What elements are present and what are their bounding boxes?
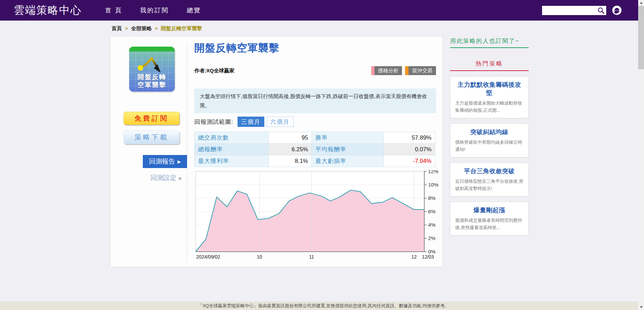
strategy-logo: 開盤反轉 空軍襲擊 [129,47,175,92]
backtest-range-row: 回報測試範圍: 三個月 六個月 [194,117,294,127]
vertical-divider [187,45,187,261]
logo-text: 開盤反轉 空軍襲擊 [129,73,175,89]
breadcrumb-separator: > [125,25,128,32]
breadcrumb-home[interactable]: 首頁 [112,25,122,32]
main-nav: 首 頁 我的訂閱 總覽 [105,6,201,14]
nav-item-overview[interactable]: 總覽 [187,6,201,14]
tab-six-months[interactable]: 六個月 [267,117,294,127]
strategy-detail-card: 開盤反轉 空軍襲擊 免費訂閱 策略下載 回測報告 ▶ 回測設定 ▶ 開盤反轉空軍… [110,36,443,267]
free-subscribe-button[interactable]: 免費訂閱 [124,112,180,125]
tag-accent-bar [405,66,409,75]
cumulative-return-chart: 0%2%4%6%8%10%12%2024/09/0210111212/03 [195,170,441,263]
customer-service-headset-icon[interactable] [612,5,622,15]
search-box [542,5,607,15]
svg-text:10: 10 [257,254,262,260]
svg-text:2024/09/02: 2024/09/02 [196,254,220,260]
scrollbar-thumb[interactable] [638,6,644,69]
top-navbar: 雲端策略中心 首 頁 我的訂閱 總覽 [0,0,644,21]
strategy-download-button[interactable]: 策略下載 [124,130,180,144]
stat-value: 0.07% [384,144,435,155]
author-row: 作者:XQ全球贏家 價格分析 當沖交易 [194,66,436,75]
backtest-range-label: 回報測試範圍: [194,118,233,126]
breadcrumb: 首頁 > 全部策略 > 開盤反轉空軍襲擊 [112,25,202,32]
list-item[interactable]: 平台三角收斂突破 近日價格型態呈三角平台收斂後,突破創高攻擊時提示! [450,163,529,196]
tab-three-months[interactable]: 三個月 [238,117,264,127]
svg-text:12: 12 [411,254,417,260]
stat-label: 最大虧損率 [312,155,384,167]
breadcrumb-separator: > [155,25,158,32]
stat-value: 8.1% [268,155,312,167]
hot-strategies-heading: 熱門策略 [450,60,529,71]
stat-label: 平均報酬率 [312,144,384,155]
stat-value: 6.25% [268,144,312,155]
svg-text:2%: 2% [428,235,436,241]
play-icon: ▶ [179,176,182,181]
search-input[interactable] [544,6,597,15]
table-row: 總交易次數 95 勝率 57.89% [195,132,435,144]
right-sidebar: 用此策略的人也訂閱了~ 熱門策略 主力默默收集籌碼後攻堅 主力趁股價還未開始大幅… [450,37,529,236]
svg-text:12%: 12% [428,170,438,174]
svg-text:11: 11 [309,254,314,260]
footer-disclaimer: 「XQ全球贏家雲端策略中心」係由嘉實資訊股份有限公司所建置,並無償提供給您使用,… [0,301,644,310]
svg-text:6%: 6% [428,208,436,214]
svg-text:4%: 4% [428,222,436,228]
tag-accent-bar [371,66,375,75]
stat-label: 總交易次數 [195,132,269,144]
list-item[interactable]: 突破糾結均線 價格突破短中長期均線多頭確立時通知! [450,123,529,157]
backtest-stats-table: 總交易次數 95 勝率 57.89% 總報酬率 6.25% 平均報酬率 0.07… [194,132,435,167]
stat-label: 總報酬率 [195,144,269,155]
backtest-settings-link[interactable]: 回測設定 ▶ [141,173,187,183]
page-scrollbar[interactable] [638,0,644,310]
stat-value: 95 [268,132,312,144]
search-icon[interactable] [597,7,605,14]
author-label: 作者:XQ全球贏家 [194,68,234,74]
svg-text:0%: 0% [428,249,436,254]
strategy-description: 大盤為空頭行情下,個股當日行情開高後,股價反轉一路下跌,跌破前一日收盤價,表示當… [194,88,436,113]
list-item[interactable]: 主力默默收集籌碼後攻堅 主力趁股價還未開始大幅波動前收集籌碼的個股,正式開... [450,76,529,118]
svg-text:12/03: 12/03 [422,254,434,260]
stat-value: -7.04% [384,155,435,167]
stat-label: 最大獲利率 [195,155,269,167]
nav-item-home[interactable]: 首 頁 [105,6,122,14]
stat-value: 57.89% [384,132,435,144]
table-row: 總報酬率 6.25% 平均報酬率 0.07% [195,144,435,155]
breadcrumb-current: 開盤反轉空軍襲擊 [161,25,202,32]
page-title: 開盤反轉空軍襲擊 [194,41,279,55]
tag-price-analysis[interactable]: 價格分析 [371,66,402,75]
svg-text:8%: 8% [428,195,436,201]
list-item[interactable]: 爆量剛起漲 股價和成交量兩者長時間受到壓抑後,突然爆量攻高時第... [450,202,529,236]
tag-day-trading[interactable]: 當沖交易 [405,66,436,75]
also-subscribed-heading: 用此策略的人也訂閱了~ [450,37,529,48]
backtest-report-button[interactable]: 回測報告 ▶ [143,155,187,168]
scroll-up-icon[interactable] [638,0,644,6]
tag-list: 價格分析 當沖交易 [371,66,436,75]
nav-item-my-subscriptions[interactable]: 我的訂閱 [140,6,169,14]
breadcrumb-all-strategies[interactable]: 全部策略 [131,25,152,32]
table-row: 最大獲利率 8.1% 最大虧損率 -7.04% [195,155,435,167]
svg-text:10%: 10% [428,182,438,188]
stat-label: 勝率 [312,132,384,144]
scroll-down-icon[interactable] [638,304,644,310]
brand-title: 雲端策略中心 [14,3,82,17]
play-icon: ▶ [177,159,181,164]
